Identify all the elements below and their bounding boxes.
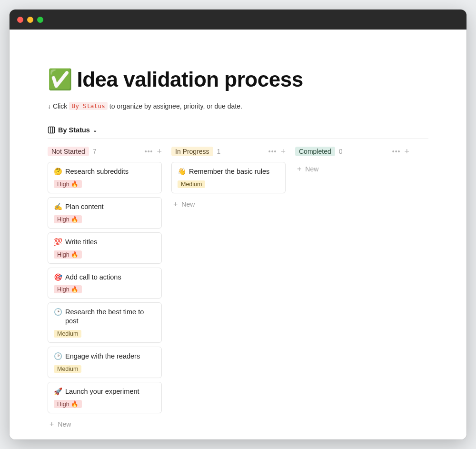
priority-tag: High 🔥 xyxy=(54,250,82,259)
card-title: Engage with the readers xyxy=(65,352,140,361)
priority-tag: High 🔥 xyxy=(54,400,82,408)
new-card-button[interactable]: +New xyxy=(171,197,286,211)
column-header: Completed0•••+ xyxy=(295,147,409,156)
maximize-window-button[interactable] xyxy=(37,17,43,23)
plus-icon: + xyxy=(173,200,178,209)
card-title: Launch your experiment xyxy=(65,387,139,396)
view-switcher[interactable]: By Status ⌄ xyxy=(48,126,428,139)
card[interactable]: 🤔Research subredditsHigh 🔥 xyxy=(48,162,162,193)
card-title: Write titles xyxy=(65,238,97,247)
card-emoji: ✍️ xyxy=(54,202,62,211)
column-count: 1 xyxy=(217,148,221,155)
card-title: Research the best time to post xyxy=(65,308,156,326)
priority-tag: Medium xyxy=(54,330,81,338)
new-card-button[interactable]: +New xyxy=(48,417,162,431)
column-label[interactable]: In Progress xyxy=(171,147,213,156)
card-emoji: 🕑 xyxy=(54,308,62,317)
column-header: Not Started7•••+ xyxy=(48,147,162,156)
page-emoji[interactable]: ✅ xyxy=(48,70,72,90)
card[interactable]: 👋Remember the basic rulesMedium xyxy=(171,162,286,193)
page-title-text[interactable]: Idea validation process xyxy=(77,68,303,91)
page-title: ✅ Idea validation process xyxy=(48,68,428,91)
page-subtitle: ↓ Click By Status to organize by assigne… xyxy=(48,102,428,110)
subtitle-pre: Click xyxy=(53,102,67,110)
board-icon xyxy=(48,126,55,134)
page-content: ✅ Idea validation process ↓ Click By Sta… xyxy=(10,30,466,439)
plus-icon: + xyxy=(297,165,301,173)
card[interactable]: 🕑Research the best time to postMedium xyxy=(48,302,162,343)
card-emoji: 👋 xyxy=(178,167,186,176)
column-label[interactable]: Completed xyxy=(295,147,335,156)
card[interactable]: ✍️Plan contentHigh 🔥 xyxy=(48,197,162,229)
app-window: ✅ Idea validation process ↓ Click By Sta… xyxy=(10,10,466,439)
more-icon[interactable]: ••• xyxy=(268,148,277,155)
card-title: Plan content xyxy=(65,202,104,211)
card[interactable]: 🚀Launch your experimentHigh 🔥 xyxy=(48,382,162,413)
plus-icon: + xyxy=(50,420,54,429)
card-emoji: 💯 xyxy=(54,238,62,247)
card-emoji: 🚀 xyxy=(54,387,62,396)
priority-tag: Medium xyxy=(54,365,81,373)
column-header: In Progress1•••+ xyxy=(171,147,286,156)
new-card-button[interactable]: +New xyxy=(295,162,409,176)
card[interactable]: 💯Write titlesHigh 🔥 xyxy=(48,232,162,264)
column-actions: •••+ xyxy=(268,147,286,156)
kanban-board: Not Started7•••+🤔Research subredditsHigh… xyxy=(48,139,428,431)
priority-tag: High 🔥 xyxy=(54,285,82,293)
column-completed: Completed0•••++New xyxy=(295,147,409,431)
add-card-button[interactable]: + xyxy=(280,147,286,156)
card-emoji: 🕑 xyxy=(54,352,62,361)
column-actions: •••+ xyxy=(145,147,162,156)
minimize-window-button[interactable] xyxy=(27,17,33,23)
priority-tag: High 🔥 xyxy=(54,180,82,188)
card[interactable]: 🎯Add call to actionsHigh 🔥 xyxy=(48,268,162,299)
view-label: By Status xyxy=(58,126,90,134)
column-count: 0 xyxy=(339,148,343,155)
card-title: Add call to actions xyxy=(65,273,121,282)
chevron-down-icon: ⌄ xyxy=(93,127,97,133)
card-emoji: 🤔 xyxy=(54,167,62,176)
column-not_started: Not Started7•••+🤔Research subredditsHigh… xyxy=(48,147,162,431)
down-arrow-icon: ↓ xyxy=(48,102,51,110)
more-icon[interactable]: ••• xyxy=(145,148,153,155)
subtitle-post: to organize by assignee, priority, or du… xyxy=(109,102,242,110)
svg-rect-0 xyxy=(49,127,55,133)
close-window-button[interactable] xyxy=(17,17,23,23)
add-card-button[interactable]: + xyxy=(404,147,409,156)
priority-tag: High 🔥 xyxy=(54,215,82,223)
new-label: New xyxy=(305,165,318,173)
titlebar xyxy=(10,10,466,30)
column-in_progress: In Progress1•••+👋Remember the basic rule… xyxy=(171,147,286,431)
column-label[interactable]: Not Started xyxy=(48,147,89,156)
column-count: 7 xyxy=(93,148,97,155)
card-emoji: 🎯 xyxy=(54,273,62,282)
subtitle-code: By Status xyxy=(69,102,107,110)
card-title: Research subreddits xyxy=(65,167,129,176)
new-label: New xyxy=(181,200,195,208)
new-label: New xyxy=(58,420,71,428)
add-card-button[interactable]: + xyxy=(157,147,162,156)
card[interactable]: 🕑Engage with the readersMedium xyxy=(48,347,162,378)
priority-tag: Medium xyxy=(178,180,205,188)
card-title: Remember the basic rules xyxy=(189,167,269,176)
column-actions: •••+ xyxy=(392,147,409,156)
more-icon[interactable]: ••• xyxy=(392,148,401,155)
